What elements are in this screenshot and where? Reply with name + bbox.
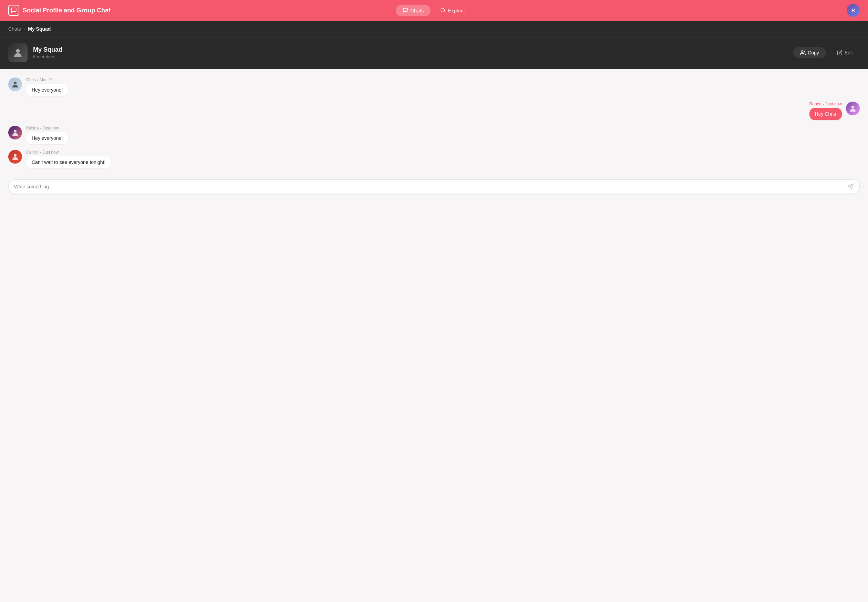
user-avatar-img: R [846, 4, 860, 17]
message-1-meta: Chris Mar 19 [26, 77, 68, 82]
chris-avatar [8, 77, 22, 91]
user-avatar[interactable]: R [846, 4, 860, 17]
avatar [8, 150, 22, 164]
group-avatar-img [8, 43, 28, 62]
svg-point-4 [14, 81, 17, 84]
table-row: Keisha Just now Hey everyone! [8, 126, 860, 144]
message-3-bubble: Hey everyone! [26, 132, 68, 144]
edit-button-label: Edit [845, 50, 853, 55]
explore-nav-button[interactable]: Explore [433, 5, 472, 16]
edit-button[interactable]: Edit [830, 47, 860, 58]
cailtlin-avatar [8, 150, 22, 164]
copy-button[interactable]: Copy [793, 47, 826, 58]
group-members: 6 members [33, 54, 793, 59]
message-1-time: Mar 19 [40, 77, 52, 82]
message-4-meta: Cailtlin Just now [26, 150, 111, 155]
brand-icon [8, 5, 19, 16]
svg-line-1 [444, 11, 445, 12]
robert-avatar [846, 101, 860, 115]
copy-button-label: Copy [808, 50, 819, 55]
message-3-meta: Keisha Just now [26, 126, 68, 131]
dot-icon [37, 80, 38, 81]
group-header: My Squad 6 members Copy Edit [0, 37, 868, 69]
top-navigation: Social Profile and Group Chat Chats Expl… [0, 0, 868, 21]
message-2-bubble: Hey Chris [810, 108, 842, 120]
send-button[interactable] [847, 183, 854, 190]
breadcrumb-separator: › [24, 26, 26, 32]
avatar [8, 77, 22, 91]
message-4-time: Just now [42, 150, 58, 155]
breadcrumb-parent[interactable]: Chats [8, 26, 21, 32]
message-4-text: Can't wait to see everyone tonight! [32, 160, 105, 165]
message-1-text: Hey everyone! [32, 87, 63, 93]
message-4-sender: Cailtlin [26, 150, 38, 155]
message-2-time: Just now [826, 101, 842, 106]
breadcrumb: Chats › My Squad [0, 21, 868, 37]
message-3-wrap: Keisha Just now Hey everyone! [26, 126, 68, 144]
breadcrumb-current: My Squad [28, 26, 51, 32]
nav-right: R [846, 4, 860, 17]
message-4-bubble: Can't wait to see everyone tonight! [26, 156, 111, 168]
svg-point-6 [14, 130, 17, 133]
message-1-bubble: Hey everyone! [26, 84, 68, 96]
group-name: My Squad [33, 46, 793, 54]
chats-nav-button[interactable]: Chats [396, 5, 430, 16]
message-2-text: Hey Chris [815, 111, 836, 117]
dot-icon [40, 128, 41, 129]
message-2-wrap: Robert Just now Hey Chris [810, 101, 842, 120]
svg-point-5 [851, 106, 854, 109]
brand-title: Social Profile and Group Chat [23, 7, 111, 14]
group-actions: Copy Edit [793, 47, 860, 58]
chat-messages: Chris Mar 19 Hey everyone! Robert Just [0, 69, 868, 177]
message-3-sender: Keisha [26, 126, 39, 131]
message-4-wrap: Cailtlin Just now Can't wait to see ever… [26, 150, 111, 168]
message-input[interactable] [14, 184, 847, 189]
avatar [8, 126, 22, 140]
svg-point-2 [16, 49, 20, 53]
message-1-wrap: Chris Mar 19 Hey everyone! [26, 77, 68, 96]
dot-icon [823, 104, 824, 105]
message-input-bar [8, 180, 860, 194]
svg-point-3 [802, 51, 803, 52]
message-2-sender: Robert [810, 101, 822, 106]
brand: Social Profile and Group Chat [8, 5, 111, 16]
table-row: Robert Just now Hey Chris [8, 101, 860, 120]
table-row: Cailtlin Just now Can't wait to see ever… [8, 150, 860, 168]
message-3-text: Hey everyone! [32, 135, 63, 141]
chats-nav-label: Chats [410, 8, 424, 14]
nav-center: Chats Explore [396, 5, 472, 16]
svg-point-0 [441, 8, 445, 12]
svg-point-7 [14, 154, 17, 157]
message-1-sender: Chris [26, 77, 36, 82]
dot-icon [40, 152, 41, 153]
avatar [846, 101, 860, 115]
message-3-time: Just now [43, 126, 59, 131]
group-info: My Squad 6 members [33, 46, 793, 59]
table-row: Chris Mar 19 Hey everyone! [8, 77, 860, 96]
group-avatar [8, 43, 28, 62]
message-2-meta: Robert Just now [810, 101, 842, 106]
keisha-avatar [8, 126, 22, 140]
explore-nav-label: Explore [448, 8, 465, 14]
